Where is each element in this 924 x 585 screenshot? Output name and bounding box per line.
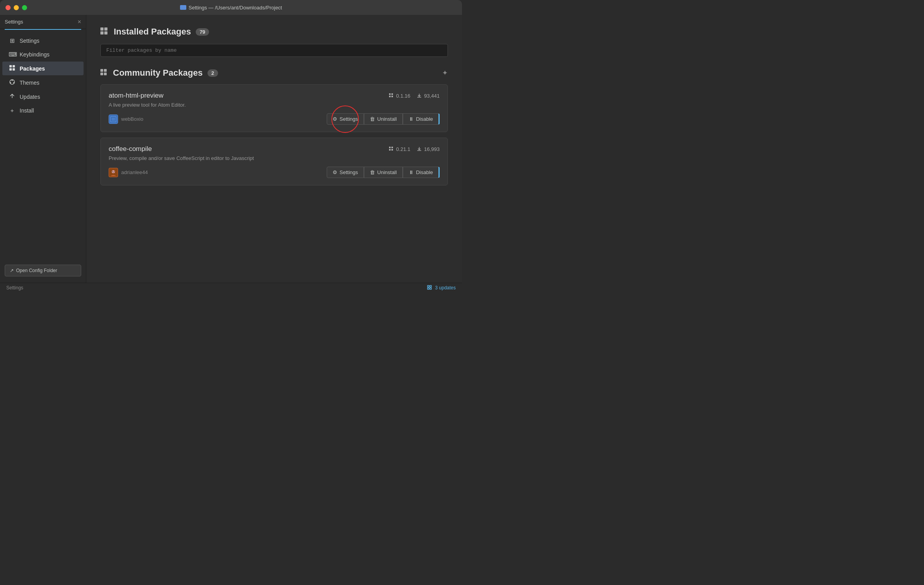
sidebar-item-updates[interactable]: Updates (2, 90, 84, 104)
sidebar-item-keybindings[interactable]: ⌨ Keybindings (2, 48, 84, 61)
tab-bar: Settings × (0, 15, 86, 29)
pause-icon-1: ⏸ (409, 116, 414, 122)
svg-rect-1 (13, 65, 15, 67)
sidebar-item-label-packages: Packages (20, 65, 45, 72)
package-version-1: 0.1.16 (389, 93, 410, 99)
maximize-button[interactable] (22, 5, 27, 10)
svg-rect-25 (389, 149, 391, 151)
updates-nav-icon (9, 93, 16, 100)
svg-rect-34 (430, 288, 431, 289)
package-bottom-1: webBoxio ⚙ Settings 🗑 Uninstall (109, 113, 440, 125)
package-name-1: atom-html-preview (109, 92, 164, 100)
trash-icon-1: 🗑 (370, 116, 375, 122)
package-desc-2: Preview, compile and/or save CoffeeScrip… (109, 155, 440, 161)
svg-rect-17 (391, 93, 393, 95)
sidebar-item-label-updates: Updates (20, 94, 40, 100)
sidebar-item-label-settings: Settings (20, 38, 40, 44)
svg-rect-23 (389, 147, 391, 148)
package-desc-1: A live preview tool for Atom Editor. (109, 102, 440, 108)
svg-rect-14 (100, 73, 103, 75)
minimize-button[interactable] (14, 5, 19, 10)
author-avatar-1 (109, 114, 118, 124)
svg-rect-0 (9, 65, 12, 67)
installed-packages-title: Installed Packages (114, 27, 191, 37)
package-settings-button-2[interactable]: ⚙ Settings (327, 167, 364, 178)
traffic-lights (5, 5, 27, 10)
package-version-2: 0.21.1 (389, 146, 410, 152)
sidebar-item-themes[interactable]: Themes (2, 76, 84, 89)
package-uninstall-button-1[interactable]: 🗑 Uninstall (364, 113, 403, 125)
window-title: Settings — /Users/ant/Downloads/Project (180, 5, 282, 11)
community-packages-header: Community Packages 2 ✦ (100, 68, 448, 78)
svg-rect-16 (389, 93, 391, 95)
package-bottom-2: adrianlee44 ⚙ Settings 🗑 Uninstall ⏸ Dis… (109, 167, 440, 178)
sparkle-icon[interactable]: ✦ (442, 69, 448, 77)
svg-rect-33 (427, 288, 429, 289)
package-actions-1: ⚙ Settings 🗑 Uninstall ⏸ Disable (327, 113, 440, 125)
folder-icon (180, 5, 186, 10)
package-card-atom-html-preview: atom-html-preview 0.1.16 (100, 84, 448, 132)
package-top-1: atom-html-preview 0.1.16 (109, 92, 440, 100)
sidebar-item-settings[interactable]: ⊞ Settings (2, 34, 84, 47)
svg-rect-26 (391, 149, 393, 151)
svg-rect-12 (100, 69, 103, 72)
package-downloads-2: 16,993 (417, 146, 440, 152)
package-author-1: webBoxio (109, 114, 143, 124)
svg-point-6 (10, 82, 11, 84)
svg-rect-24 (391, 147, 393, 148)
community-packages-count: 2 (207, 69, 218, 77)
sidebar: Settings × ⊞ Settings ⌨ Keybindings (0, 15, 86, 283)
package-downloads-1: 93,441 (417, 93, 440, 99)
svg-rect-31 (427, 285, 429, 287)
sidebar-item-label-install: Install (20, 107, 34, 114)
themes-nav-icon (9, 79, 16, 86)
svg-rect-9 (104, 27, 107, 31)
tab-label: Settings (5, 19, 23, 25)
filter-packages-input[interactable] (100, 44, 448, 57)
sidebar-item-install[interactable]: + Install (2, 104, 84, 117)
pause-icon-2: ⏸ (409, 169, 414, 175)
package-settings-button-1[interactable]: ⚙ Settings (327, 113, 364, 125)
installed-packages-count: 79 (196, 28, 209, 36)
sidebar-item-packages[interactable]: Packages (2, 62, 84, 75)
svg-rect-18 (389, 96, 391, 97)
package-meta-2: 0.21.1 16,993 (389, 146, 440, 152)
open-config-button[interactable]: ↗ Open Config Folder (5, 265, 81, 276)
titlebar: Settings — /Users/ant/Downloads/Project (0, 0, 462, 15)
trash-icon-2: 🗑 (370, 169, 375, 175)
community-header-left: Community Packages 2 (100, 68, 218, 78)
community-packages-icon (100, 69, 108, 77)
packages-nav-icon (9, 65, 16, 72)
gear-icon-2: ⚙ (333, 169, 337, 175)
nav-items: ⊞ Settings ⌨ Keybindings Packages (0, 30, 86, 261)
svg-point-5 (12, 80, 13, 81)
svg-point-30 (114, 171, 115, 172)
package-disable-button-2[interactable]: ⏸ Disable (403, 167, 440, 178)
package-uninstall-button-2[interactable]: 🗑 Uninstall (364, 167, 403, 178)
svg-point-7 (13, 82, 15, 84)
installed-packages-header: Installed Packages 79 (100, 27, 448, 37)
package-disable-button-1[interactable]: ⏸ Disable (403, 113, 440, 125)
community-packages-title: Community Packages (113, 68, 203, 78)
svg-rect-19 (391, 96, 393, 97)
open-config-icon: ↗ (10, 268, 14, 273)
svg-rect-2 (9, 68, 12, 71)
tab-close-button[interactable]: × (78, 19, 81, 25)
statusbar: Settings 3 updates (0, 283, 462, 292)
package-card-coffee-compile: coffee-compile 0.21.1 (100, 138, 448, 185)
keybindings-nav-icon: ⌨ (9, 51, 16, 58)
package-actions-2: ⚙ Settings 🗑 Uninstall ⏸ Disable (327, 167, 440, 178)
package-name-2: coffee-compile (109, 145, 152, 153)
settings-button-wrapper-1: ⚙ Settings (327, 113, 364, 125)
settings-nav-icon: ⊞ (9, 37, 16, 44)
svg-rect-3 (13, 68, 15, 71)
svg-rect-10 (100, 31, 104, 35)
svg-rect-22 (112, 118, 115, 121)
svg-rect-8 (100, 27, 104, 31)
svg-point-29 (112, 171, 113, 172)
updates-link[interactable]: 3 updates (427, 285, 456, 291)
author-avatar-2 (109, 168, 118, 177)
sidebar-item-label-themes: Themes (20, 80, 40, 86)
svg-rect-32 (430, 285, 431, 287)
close-button[interactable] (5, 5, 11, 10)
